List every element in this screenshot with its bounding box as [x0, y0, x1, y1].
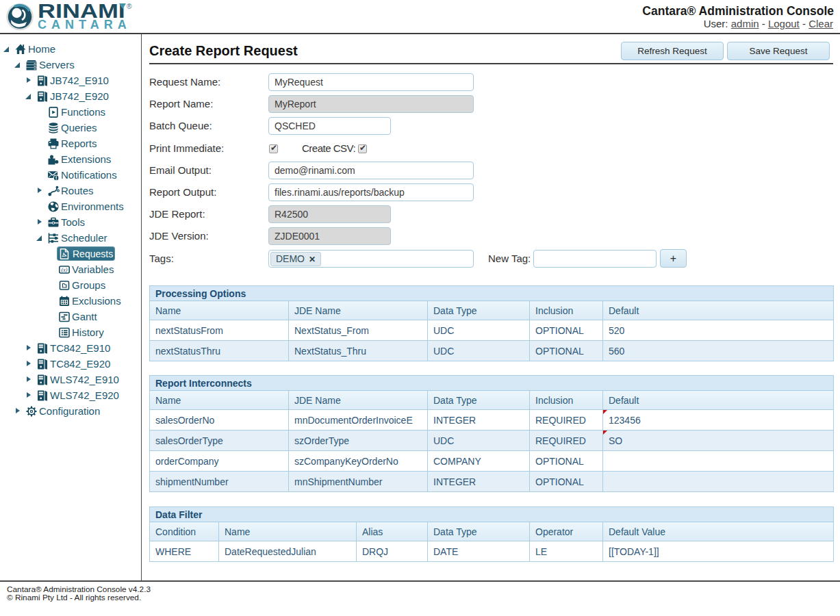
svg-text:(x): (x) [62, 266, 68, 272]
